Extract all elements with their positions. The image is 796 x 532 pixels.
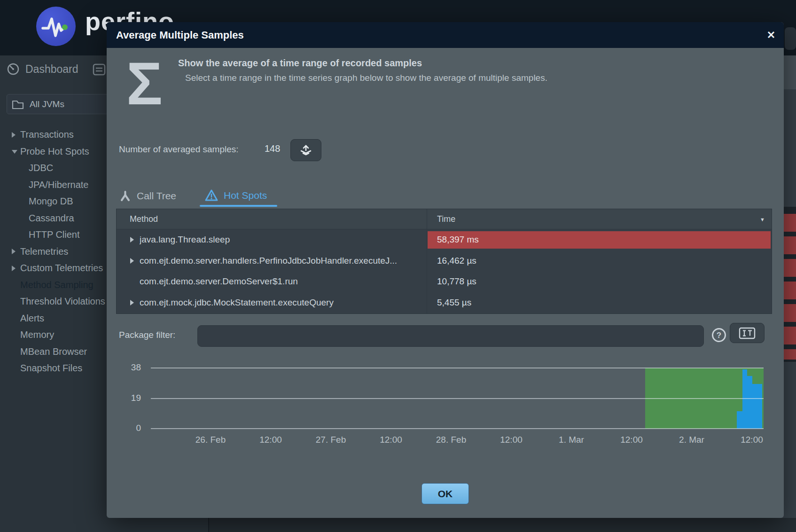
tab-label: Call Tree — [137, 190, 176, 202]
chart-plot[interactable] — [151, 368, 764, 429]
help-circle-icon[interactable]: ? — [712, 328, 726, 342]
chart-area-selected-samples — [742, 369, 747, 429]
hotspot-time-bar: 58,397 ms — [428, 231, 771, 249]
sidebar-item-label: Method Sampling — [20, 280, 94, 290]
package-filter-label: Package filter: — [119, 330, 175, 340]
chart-x-label: 26. Feb — [195, 435, 226, 445]
method-cell: com.ejt.demo.server.DemoServer$1.run — [140, 271, 298, 292]
window-icon[interactable] — [93, 63, 106, 78]
tab-hot-spots[interactable]: Hot Spots — [204, 189, 267, 202]
sort-descending-icon[interactable]: ▼ — [760, 217, 765, 222]
time-cell: 16,462 µs — [437, 250, 476, 272]
column-header-time[interactable]: Time — [437, 209, 455, 229]
gridline — [151, 368, 764, 368]
chart-x-axis: 26. Feb 12:00 27. Feb 12:00 28. Feb 12:0… — [151, 435, 764, 447]
table-header-row: Method Time ▼ — [117, 209, 772, 229]
sigma-icon: Σ — [126, 53, 163, 114]
chart-x-label: 12:00 — [741, 435, 763, 445]
tab-call-tree[interactable]: Call Tree — [119, 190, 176, 202]
background-button-edge — [785, 27, 796, 50]
disclosure-triangle-icon[interactable] — [12, 249, 16, 254]
sidebar-item-label: Telemetries — [20, 246, 68, 257]
sidebar-item-label: Alerts — [20, 313, 44, 324]
jvm-selector-label: All JVMs — [30, 99, 64, 110]
sidebar-item-label: Threshold Violations — [20, 296, 105, 307]
screen: perfino Dashboard — [0, 0, 796, 532]
gauge-icon — [7, 63, 20, 76]
text-columns-icon — [739, 327, 756, 339]
hot-spots-table: Method Time ▼ java.lang.Thread.sleep 58,… — [116, 209, 772, 314]
sidebar-item-label: MBean Browser — [20, 346, 87, 357]
expand-triangle-icon[interactable] — [130, 258, 134, 264]
folder-icon — [12, 99, 24, 110]
sidebar-item-label: Cassandra — [29, 213, 74, 224]
chart-area-selected-samples — [737, 411, 742, 429]
sidebar-item-label: Memory — [20, 329, 54, 340]
gridline — [151, 428, 764, 429]
nav-item-dashboard[interactable]: Dashboard — [7, 63, 78, 76]
chart-x-label: 27. Feb — [316, 435, 346, 445]
gridline — [151, 398, 764, 399]
sidebar-item-label: Mongo DB — [29, 196, 73, 207]
dialog-info-subtext: Select a time range in the time series g… — [185, 73, 547, 83]
time-cell: 10,778 µs — [437, 271, 476, 292]
chart-x-label: 12:00 — [259, 435, 282, 445]
chart-x-label: 12:00 — [620, 435, 643, 445]
method-cell: java.lang.Thread.sleep — [140, 229, 230, 250]
averaged-samples-value: 148 — [265, 143, 280, 154]
chart-y-tick: 0 — [107, 423, 141, 433]
sidebar-item-label: Custom Telemetries — [20, 263, 103, 274]
sidebar-item-label: Transactions — [20, 129, 74, 140]
column-header-method[interactable]: Method — [130, 209, 158, 229]
table-row[interactable]: com.ejt.demo.server.DemoServer$1.run 10,… — [117, 271, 772, 292]
chart-x-label: 12:00 — [500, 435, 523, 445]
time-cell: 58,397 ms — [437, 231, 479, 248]
disclosure-triangle-icon[interactable] — [12, 150, 17, 154]
expand-triangle-icon[interactable] — [130, 300, 134, 305]
table-row[interactable]: java.lang.Thread.sleep 58,397 ms — [117, 229, 772, 250]
disclosure-triangle-icon[interactable] — [12, 266, 16, 271]
chart-y-tick: 19 — [107, 393, 141, 403]
tab-label: Hot Spots — [224, 190, 267, 201]
chart-x-label: 2. Mar — [679, 435, 704, 445]
sidebar-item-label: HTTP Client — [29, 229, 80, 240]
jvm-selector[interactable]: All JVMs — [7, 94, 115, 114]
chart-area-selected-samples — [752, 384, 762, 429]
expand-triangle-icon[interactable] — [130, 237, 134, 243]
ok-button[interactable]: OK — [421, 483, 469, 504]
disclosure-triangle-icon[interactable] — [12, 132, 16, 138]
warning-triangle-icon — [204, 189, 219, 202]
table-row[interactable]: com.ejt.demo.server.handlers.PerfinoJdbc… — [117, 250, 772, 272]
sidebar-item-label: Snapshot Files — [20, 363, 82, 374]
export-samples-icon — [299, 144, 312, 156]
pulse-waveform-icon — [36, 7, 76, 46]
chart-x-label: 12:00 — [380, 435, 402, 445]
column-config-button[interactable] — [730, 323, 765, 343]
dialog-header: Average Multiple Samples ✕ — [107, 22, 784, 48]
chart-x-label: 28. Feb — [436, 435, 466, 445]
method-cell: com.ejt.demo.server.handlers.PerfinoJdbc… — [140, 250, 397, 272]
package-filter-input[interactable] — [197, 325, 704, 347]
sidebar-item-label: JPA/Hibernate — [29, 180, 88, 190]
active-tab-underline — [200, 205, 277, 207]
dialog-info-heading: Show the average of a time range of reco… — [178, 58, 422, 69]
table-row[interactable]: com.ejt.mock.jdbc.MockStatement.executeQ… — [117, 292, 772, 313]
chart-x-label: 1. Mar — [559, 435, 584, 445]
average-multiple-samples-dialog: Average Multiple Samples ✕ Σ Show the av… — [107, 22, 784, 518]
sidebar-item-label: Probe Hot Spots — [20, 146, 89, 157]
call-tree-icon — [119, 190, 132, 202]
method-cell: com.ejt.mock.jdbc.MockStatement.executeQ… — [140, 292, 334, 313]
close-icon[interactable]: ✕ — [764, 28, 778, 42]
dialog-title: Average Multiple Samples — [116, 22, 244, 48]
export-samples-button[interactable] — [290, 139, 321, 161]
chart-area-selected-samples — [747, 376, 752, 429]
perfino-logo — [36, 7, 76, 46]
chart-y-tick: 38 — [107, 362, 141, 373]
sidebar-item-label: JDBC — [29, 163, 53, 173]
time-cell: 5,455 µs — [437, 292, 471, 313]
averaged-samples-label: Number of averaged samples: — [119, 144, 239, 155]
nav-item-label: Dashboard — [25, 63, 78, 76]
